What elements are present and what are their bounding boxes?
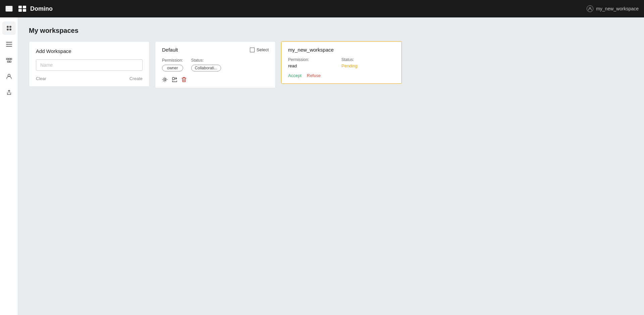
default-workspace-card: Default Select Permission: owner Status:… xyxy=(155,41,276,88)
refuse-button[interactable]: Refuse xyxy=(307,73,321,78)
settings-icon-button[interactable] xyxy=(162,77,168,82)
workspace-cards-row: Add Workspace Clear Create Default Selec… xyxy=(29,41,633,88)
svg-rect-6 xyxy=(23,9,26,12)
sidebar-item-flow[interactable] xyxy=(2,54,16,67)
logo-mark-icon xyxy=(18,5,28,12)
svg-rect-12 xyxy=(6,42,12,43)
svg-rect-22 xyxy=(172,77,174,80)
main-content: My workspaces Add Workspace Clear Create… xyxy=(18,17,644,315)
user-avatar-icon xyxy=(587,5,593,12)
nav-right: my_new_workspace xyxy=(587,5,639,12)
delete-icon-button[interactable] xyxy=(181,77,186,82)
permission-badge: owner xyxy=(162,65,183,71)
pending-workspace-name: my_new_workspace xyxy=(288,47,395,53)
pending-status-value: Pending xyxy=(341,63,395,68)
pending-permission-value: read xyxy=(288,63,341,68)
svg-point-8 xyxy=(7,26,9,28)
svg-rect-4 xyxy=(23,6,26,8)
current-user-label: my_new_workspace xyxy=(596,6,639,11)
svg-rect-15 xyxy=(6,58,8,60)
svg-point-21 xyxy=(164,79,166,80)
permission-status-row: Permission: owner Status: Collaborati... xyxy=(162,58,269,71)
sidebar-item-list[interactable] xyxy=(2,38,16,51)
svg-rect-1 xyxy=(6,8,12,9)
permission-col: Permission: owner xyxy=(162,58,183,71)
svg-rect-3 xyxy=(18,6,22,8)
app-name: Domino xyxy=(30,5,53,12)
select-label: Select xyxy=(257,47,269,52)
pending-perm-status-grid: Permission: Status: read Pending xyxy=(288,57,395,68)
add-workspace-card: Add Workspace Clear Create xyxy=(29,41,150,87)
add-workspace-actions: Clear Create xyxy=(36,76,143,81)
pending-status-label: Status: xyxy=(341,57,395,62)
pending-permission-label: Permission: xyxy=(288,57,341,62)
default-card-header: Default Select xyxy=(162,47,269,53)
page-title: My workspaces xyxy=(29,27,633,35)
svg-rect-17 xyxy=(10,58,12,60)
export-icon-button[interactable] xyxy=(172,77,177,82)
svg-rect-13 xyxy=(6,44,12,45)
svg-rect-14 xyxy=(6,46,12,47)
card-icon-row xyxy=(162,77,269,82)
sidebar-item-user[interactable] xyxy=(2,70,16,83)
svg-rect-18 xyxy=(7,61,9,62)
create-button[interactable]: Create xyxy=(129,76,143,81)
pending-action-row: Accept Refuse xyxy=(288,73,395,78)
sidebar-item-grid[interactable] xyxy=(2,21,16,35)
workspace-name-input[interactable] xyxy=(36,59,143,71)
sidebar xyxy=(0,17,18,315)
svg-rect-5 xyxy=(18,9,22,12)
accept-button[interactable]: Accept xyxy=(288,73,302,78)
sidebar-item-export[interactable] xyxy=(2,86,16,99)
default-workspace-name: Default xyxy=(162,47,178,53)
svg-rect-19 xyxy=(9,61,11,62)
select-container[interactable]: Select xyxy=(250,47,269,52)
svg-rect-16 xyxy=(8,58,10,60)
svg-point-9 xyxy=(9,26,11,28)
app-logo: Domino xyxy=(18,5,53,12)
top-navigation: Domino my_new_workspace xyxy=(0,0,644,17)
status-field-label: Status: xyxy=(191,58,221,63)
nav-left: Domino xyxy=(5,5,53,12)
svg-rect-2 xyxy=(6,10,12,11)
hamburger-menu-button[interactable] xyxy=(5,6,13,12)
svg-point-11 xyxy=(9,28,11,30)
svg-point-10 xyxy=(7,28,9,30)
clear-button[interactable]: Clear xyxy=(36,76,46,81)
add-workspace-title: Add Workspace xyxy=(36,48,143,54)
permission-field-label: Permission: xyxy=(162,58,183,63)
status-badge: Collaborati... xyxy=(191,65,221,71)
select-checkbox[interactable] xyxy=(250,48,255,52)
svg-rect-0 xyxy=(6,6,12,7)
pending-workspace-card: my_new_workspace Permission: Status: rea… xyxy=(281,41,402,84)
status-col: Status: Collaborati... xyxy=(191,58,221,71)
